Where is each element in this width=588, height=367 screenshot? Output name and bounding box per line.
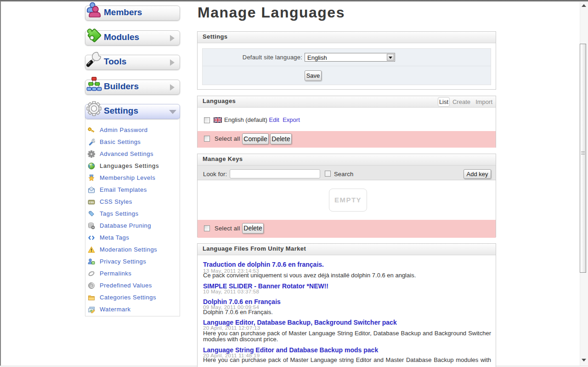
svg-text:css: css	[89, 201, 94, 204]
